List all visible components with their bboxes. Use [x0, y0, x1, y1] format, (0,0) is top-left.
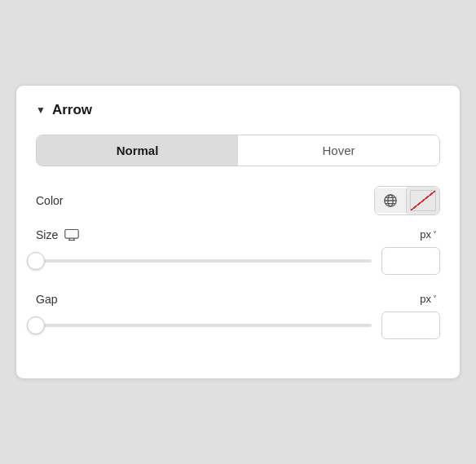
size-unit-chevron: ˅ [433, 230, 437, 239]
size-slider-track [36, 259, 372, 263]
size-unit-label: px [420, 228, 431, 241]
size-input[interactable] [381, 247, 440, 275]
color-controls [374, 186, 440, 215]
collapse-icon[interactable]: ▼ [36, 104, 46, 116]
gap-slider-thumb[interactable] [27, 316, 45, 334]
monitor-icon [64, 228, 79, 241]
size-row: Size px ˅ [36, 227, 440, 242]
tab-hover[interactable]: Hover [238, 135, 439, 166]
tab-normal[interactable]: Normal [37, 135, 238, 166]
gap-label: Gap [36, 293, 57, 306]
size-label: Size [36, 228, 58, 241]
size-slider-row [36, 247, 440, 275]
gap-slider-track-container[interactable] [36, 317, 372, 334]
gap-row: Gap px ˅ [36, 291, 440, 307]
color-label: Color [36, 194, 63, 207]
arrow-panel: ▼ Arrow Normal Hover Color Size [15, 85, 461, 379]
size-label-group: Size [36, 228, 79, 241]
gap-input[interactable] [381, 312, 440, 339]
size-slider-track-container[interactable] [36, 253, 372, 269]
gap-unit-select[interactable]: px ˅ [416, 291, 440, 307]
tab-group: Normal Hover [36, 135, 440, 166]
gap-unit-label: px [420, 293, 431, 305]
gap-unit-chevron: ˅ [433, 294, 437, 303]
panel-header: ▼ Arrow [36, 102, 440, 118]
gap-slider-row [36, 312, 440, 339]
panel-title: Arrow [52, 102, 92, 118]
size-unit-select[interactable]: px ˅ [416, 227, 440, 242]
svg-rect-5 [65, 229, 78, 238]
gap-slider-track [36, 324, 372, 327]
size-slider-thumb[interactable] [27, 252, 45, 270]
color-global-button[interactable] [375, 188, 407, 213]
color-row: Color [36, 186, 440, 215]
color-swatch-button[interactable] [407, 187, 439, 214]
globe-icon [383, 193, 398, 208]
